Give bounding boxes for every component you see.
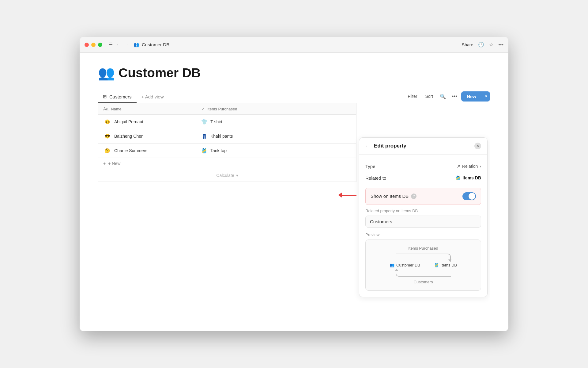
preview-customer-db-label: Customer DB [396, 263, 420, 267]
panel-header: ← Edit property ✕ [359, 138, 487, 155]
related-to-label: Related to [365, 175, 386, 181]
table-row: 😊 Abigail Pernaut 👕 T-shirt [98, 115, 356, 129]
related-property-label: Related property on Items DB [365, 209, 481, 213]
preview-items-db-icon: 🎽 [434, 263, 439, 267]
arrow-indicator [338, 193, 356, 197]
preview-items-db: 🎽 Items DB [434, 263, 457, 267]
filter-button[interactable]: Filter [405, 92, 420, 101]
more-options-icon[interactable]: ••• [498, 42, 503, 48]
new-button-caret[interactable]: ▾ [482, 92, 490, 101]
page-icon: 👥 [98, 65, 115, 81]
row-item-1[interactable]: 👖 Khaki pants [196, 129, 356, 144]
preview-dbs: 👥 Customer DB 🎽 Items DB [390, 263, 457, 267]
type-row: Type ↗ Relation › [365, 161, 481, 172]
item-emoji-0: 👕 [201, 119, 207, 125]
relation-arrow-icon: ↗ [457, 164, 460, 169]
star-icon[interactable]: ☆ [489, 42, 493, 48]
more-icon[interactable]: ••• [450, 91, 459, 101]
minimize-button[interactable] [91, 43, 96, 47]
related-to-value-group[interactable]: 🎽 Items DB [455, 175, 481, 180]
table-row: 🤔 Charlie Summers 🎽 Tank top [98, 144, 356, 158]
tab-bar: ⊞ Customers + Add view [98, 91, 169, 103]
titlebar-title: 👥 Customer DB [134, 42, 169, 48]
related-to-value: Items DB [462, 175, 481, 180]
forward-button[interactable]: → [124, 42, 129, 48]
maximize-button[interactable] [98, 43, 102, 47]
show-on-toggle[interactable] [462, 192, 476, 200]
item-emoji-1: 👖 [201, 133, 207, 139]
item-emoji-2: 🎽 [201, 148, 207, 154]
content-area: Aa Name ↗ Items Purchased [98, 103, 490, 331]
nav-buttons: ← → [116, 42, 129, 48]
row-name-text-1: Baizheng Chen [114, 134, 144, 139]
history-icon[interactable]: 🕐 [478, 42, 484, 48]
preview-bottom-label: Customers [414, 280, 433, 284]
titlebar-title-text: Customer DB [142, 42, 169, 47]
preview-arrow-top-head [448, 259, 451, 262]
close-button[interactable] [85, 43, 89, 47]
col-icon-name: Aa [103, 106, 108, 111]
data-table: Aa Name ↗ Items Purchased [98, 103, 356, 158]
items-db-icon: 🎽 [455, 175, 461, 180]
new-row-label: + New [108, 161, 120, 166]
calculate-caret: ▾ [236, 173, 238, 178]
preview-label: Preview [365, 232, 481, 237]
new-button[interactable]: New ▾ [461, 91, 490, 102]
item-text-1: Khaki pants [210, 134, 233, 139]
toggle-knob [469, 193, 475, 200]
col-label-name: Name [111, 107, 122, 111]
show-label-group: Show on Items DB ? [371, 194, 417, 199]
related-property-input[interactable] [365, 216, 481, 228]
new-row-button[interactable]: + + New [98, 158, 356, 169]
page-title-text: Customer DB [119, 66, 201, 80]
show-on-label: Show on Items DB [371, 194, 409, 199]
preview-customer-db-icon: 👥 [390, 263, 394, 267]
type-chevron: › [480, 164, 481, 169]
related-property-section: Related property on Items DB [365, 209, 481, 228]
preview-top-arrow [390, 253, 457, 262]
traffic-lights [85, 43, 102, 47]
row-item-2[interactable]: 🎽 Tank top [196, 144, 356, 158]
avatar-0: 😊 [103, 118, 111, 126]
preview-arrow-bottom-line [396, 269, 451, 277]
toolbar: Filter Sort 🔍 ••• New ▾ [405, 91, 490, 103]
share-button[interactable]: Share [462, 42, 473, 47]
avatar-2: 🤔 [103, 147, 111, 155]
menu-icon[interactable]: ☰ [108, 42, 113, 48]
tab-customers-label: Customers [109, 94, 132, 99]
item-text-0: T-shirt [210, 119, 222, 124]
row-name-text-2: Charlie Summers [114, 148, 147, 153]
row-name-1[interactable]: 😎 Baizheng Chen [98, 129, 196, 144]
type-value-group[interactable]: ↗ Relation › [457, 164, 481, 169]
row-name-2[interactable]: 🤔 Charlie Summers [98, 144, 196, 158]
type-label: Type [365, 164, 375, 169]
add-view-button[interactable]: + Add view [137, 91, 169, 102]
back-button[interactable]: ← [116, 42, 121, 48]
calculate-label: Calculate [216, 173, 234, 178]
help-icon[interactable]: ? [411, 194, 417, 199]
calculate-button[interactable]: Calculate ▾ [98, 169, 356, 182]
panel-close-button[interactable]: ✕ [474, 143, 481, 149]
panel-back-button[interactable]: ← [365, 143, 370, 149]
arrow-head [338, 193, 342, 197]
preview-top-label: Items Purchased [408, 246, 438, 251]
page-title: 👥 Customer DB [98, 65, 490, 81]
preview-bottom-arrow [390, 269, 457, 277]
col-header-name[interactable]: Aa Name [98, 103, 196, 115]
panel-body: Type ↗ Relation › Related to 🎽 [359, 155, 487, 297]
row-name-0[interactable]: 😊 Abigail Pernaut [98, 115, 196, 129]
table-row: 😎 Baizheng Chen 👖 Khaki pants [98, 129, 356, 144]
tab-customers[interactable]: ⊞ Customers [98, 91, 137, 103]
table-icon: ⊞ [103, 94, 107, 99]
col-header-items[interactable]: ↗ Items Purchased [196, 103, 356, 115]
preview-section: Preview Items Purchased [365, 232, 481, 291]
titlebar-icon: 👥 [134, 42, 139, 48]
col-label-items: Items Purchased [207, 107, 237, 111]
sort-button[interactable]: Sort [422, 92, 436, 101]
col-icon-items: ↗ [201, 106, 205, 111]
new-button-label: New [461, 91, 482, 102]
row-item-0[interactable]: 👕 T-shirt [196, 115, 356, 129]
preview-box: Items Purchased [365, 240, 481, 291]
search-icon[interactable]: 🔍 [438, 91, 448, 101]
item-text-2: Tank top [210, 148, 227, 153]
